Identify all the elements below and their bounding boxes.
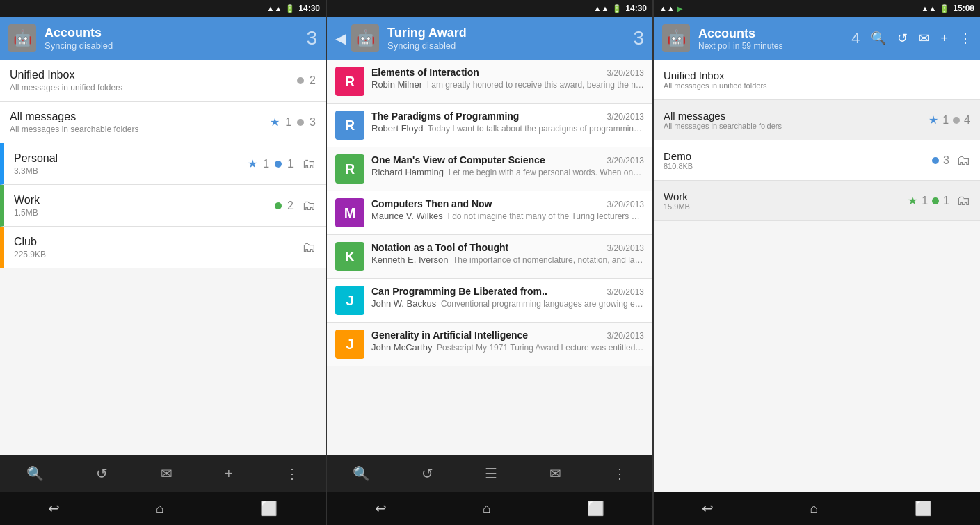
email-content: Can Programming Be Liberated from.. 3/20… xyxy=(371,286,644,309)
unified-inbox-badge: 2 xyxy=(310,74,316,87)
email-item[interactable]: R Elements of Interaction 3/20/2013 Robi… xyxy=(327,60,652,104)
right-back-nav[interactable]: ↩ xyxy=(688,494,728,522)
left-panel: ▲▲ 🔋 14:30 🤖 Accounts Syncing disabled 3… xyxy=(0,0,327,525)
email-avatar: J xyxy=(335,330,364,359)
left-recents-nav[interactable]: ⬜ xyxy=(246,494,291,522)
personal-meta: ★ 1 1 🗂 xyxy=(248,156,316,172)
right-header-icons: 4 🔍 ↺ ✉ + ⋮ xyxy=(851,29,972,47)
right-add-icon[interactable]: + xyxy=(940,31,948,46)
email-avatar: R xyxy=(335,154,364,184)
rp-all-messages-meta: ★ 1 4 xyxy=(929,113,970,127)
all-messages-star-icon: ★ xyxy=(270,115,280,129)
work-name: Work xyxy=(14,194,269,207)
middle-home-nav[interactable]: ⌂ xyxy=(469,495,505,522)
right-panel: ▲▲ ▶ ▲▲ 🔋 15:08 🤖 Accounts Next poll in … xyxy=(654,0,980,525)
email-avatar: M xyxy=(335,198,364,227)
club-account-item[interactable]: Club 225.9KB 🗂 xyxy=(0,227,326,268)
unified-inbox-item[interactable]: Unified Inbox All messages in unified fo… xyxy=(0,60,326,102)
middle-search-button[interactable]: 🔍 xyxy=(342,460,381,487)
wifi-icon-right: ▲▲ xyxy=(922,4,937,13)
rp-work-star: ★ xyxy=(908,194,917,207)
rp-all-messages-sub: All messages in searchable folders xyxy=(664,122,929,130)
personal-account-item[interactable]: Personal 3.3MB ★ 1 1 🗂 xyxy=(0,143,326,185)
work-size: 1.5MB xyxy=(14,208,269,218)
middle-refresh-button[interactable]: ↺ xyxy=(410,460,444,487)
rp-work-meta: ★ 1 1 🗂 xyxy=(908,193,970,209)
personal-size: 3.3MB xyxy=(14,166,242,176)
rp-work-name: Work xyxy=(664,191,908,202)
rp-demo-num: 3 xyxy=(943,154,949,167)
middle-recents-nav[interactable]: ⬜ xyxy=(573,494,618,522)
email-top-row: The Paradigms of Programming 3/20/2013 xyxy=(371,111,644,122)
personal-circle xyxy=(275,161,282,168)
all-messages-name: All messages xyxy=(10,111,264,123)
email-subject: Computers Then and Now xyxy=(371,198,602,209)
email-sender: Robin Milner xyxy=(371,79,422,90)
email-item[interactable]: M Computers Then and Now 3/20/2013 Mauri… xyxy=(327,191,652,235)
status-bar-right: ▲▲ ▶ ▲▲ 🔋 15:08 xyxy=(654,0,980,17)
email-avatar: R xyxy=(335,111,364,140)
email-item[interactable]: J Can Programming Be Liberated from.. 3/… xyxy=(327,279,652,323)
all-messages-item[interactable]: All messages All messages in searchable … xyxy=(0,102,326,143)
rp-all-messages-badge: 4 xyxy=(964,114,970,127)
email-sender: John W. Backus xyxy=(371,298,436,309)
rp-unified-inbox-sub: All messages in unified folders xyxy=(664,81,970,90)
unified-inbox-name: Unified Inbox xyxy=(10,69,291,81)
email-sender: Maurice V. Wilkes xyxy=(371,211,443,221)
right-refresh-icon[interactable]: ↺ xyxy=(897,31,908,46)
email-preview: Maurice V. Wilkes I do not imagine that … xyxy=(371,211,644,221)
middle-compose-button[interactable]: ✉ xyxy=(538,460,572,487)
rp-work-account[interactable]: Work 15.9MB ★ 1 1 🗂 xyxy=(654,181,980,221)
left-compose-button[interactable]: ✉ xyxy=(150,460,184,487)
rp-work-num: 1 xyxy=(943,195,949,207)
rp-all-messages-star-num: 1 xyxy=(942,114,949,127)
left-refresh-button[interactable]: ↺ xyxy=(85,460,119,487)
right-recents-nav[interactable]: ⬜ xyxy=(901,494,946,522)
email-item[interactable]: R The Paradigms of Programming 3/20/2013… xyxy=(327,104,652,147)
right-nav-bar: ↩ ⌂ ⬜ xyxy=(654,492,980,525)
right-compose-icon[interactable]: ✉ xyxy=(919,31,929,46)
rp-all-messages-star: ★ xyxy=(929,113,938,127)
rp-demo-account[interactable]: Demo 810.8KB 3 🗂 xyxy=(654,140,980,181)
left-home-nav[interactable]: ⌂ xyxy=(142,495,178,522)
email-content: The Paradigms of Programming 3/20/2013 R… xyxy=(371,111,644,134)
status-time-left: 14:30 xyxy=(298,3,320,13)
left-search-button[interactable]: 🔍 xyxy=(15,460,55,487)
work-account-item[interactable]: Work 1.5MB 2 🗂 xyxy=(0,185,326,227)
right-search-icon[interactable]: 🔍 xyxy=(871,31,886,46)
rp-all-messages[interactable]: All messages All messages in searchable … xyxy=(654,100,980,140)
rp-unified-inbox[interactable]: Unified Inbox All messages in unified fo… xyxy=(654,60,980,100)
email-item[interactable]: K Notation as a Tool of Thought 3/20/201… xyxy=(327,235,652,279)
email-preview: Richard Hamming Let me begin with a few … xyxy=(371,167,644,177)
email-item[interactable]: J Generality in Artificial Intelligence … xyxy=(327,323,652,366)
left-more-button[interactable]: ⋮ xyxy=(274,460,310,487)
middle-more-button[interactable]: ⋮ xyxy=(602,460,638,487)
email-date: 3/20/2013 xyxy=(607,331,644,341)
work-folder-icon: 🗂 xyxy=(302,197,316,213)
rp-demo-name: Demo xyxy=(664,150,932,162)
email-item[interactable]: R One Man's View of Computer Science 3/2… xyxy=(327,147,652,191)
email-date: 3/20/2013 xyxy=(607,287,644,297)
battery-icon-right: 🔋 xyxy=(940,4,949,13)
email-top-row: Can Programming Be Liberated from.. 3/20… xyxy=(371,286,644,297)
email-date: 3/20/2013 xyxy=(607,68,644,78)
unified-inbox-circle xyxy=(297,77,304,84)
left-add-button[interactable]: + xyxy=(214,460,244,487)
all-messages-badge: 3 xyxy=(310,116,316,129)
right-home-nav[interactable]: ⌂ xyxy=(796,495,832,522)
personal-star-icon: ★ xyxy=(248,157,257,170)
back-button-middle[interactable]: ◀ xyxy=(335,30,346,47)
signal-icon-right: ▲▲ xyxy=(659,4,675,13)
right-accounts-avatar: 🤖 xyxy=(662,24,690,52)
club-folder-icon: 🗂 xyxy=(302,239,316,255)
left-back-nav[interactable]: ↩ xyxy=(34,494,74,522)
middle-header-badge: 3 xyxy=(633,27,644,49)
middle-back-nav[interactable]: ↩ xyxy=(361,494,401,522)
email-preview: John W. Backus Conventional programming … xyxy=(371,298,644,309)
all-messages-meta: ★ 1 3 xyxy=(270,115,316,129)
work-meta: 2 🗂 xyxy=(275,197,316,213)
middle-sort-button[interactable]: ☰ xyxy=(474,460,508,487)
email-avatar: R xyxy=(335,67,364,96)
right-more-icon[interactable]: ⋮ xyxy=(959,31,972,46)
personal-badge-num: 1 xyxy=(287,158,294,170)
